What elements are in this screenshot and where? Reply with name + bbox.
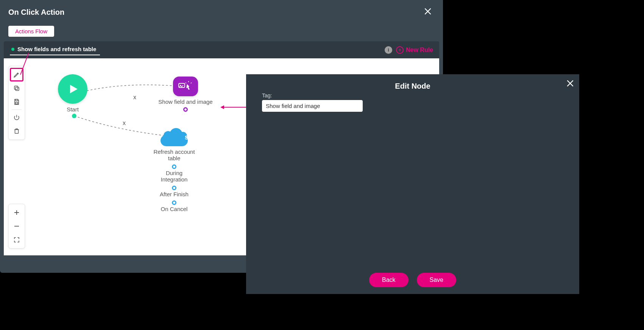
tag-input[interactable] <box>262 100 363 112</box>
back-button[interactable]: Back <box>369 273 409 287</box>
show-field-node-label: Show field and image <box>153 99 218 105</box>
svg-rect-3 <box>16 102 18 104</box>
salesforce-node-label: Refresh account table <box>150 149 199 161</box>
chain-label: During Integration <box>150 170 199 183</box>
tag-label: Tag: <box>262 92 363 99</box>
fit-screen-button[interactable] <box>10 233 23 247</box>
new-rule-button[interactable]: + New Rule <box>396 46 433 54</box>
on-click-titlebar: On Click Action <box>0 0 443 23</box>
svg-rect-1 <box>14 86 18 89</box>
rule-bar: Show fields and refresh table i + New Ru… <box>4 41 439 58</box>
plus-circle-icon: + <box>396 46 404 54</box>
edit-node-title: Edit Node <box>246 74 579 94</box>
delete-tool-button[interactable] <box>10 124 23 138</box>
tag-form-group: Tag: <box>262 92 363 112</box>
edge-delete-icon[interactable]: x <box>133 94 136 101</box>
close-icon[interactable] <box>421 5 435 19</box>
actions-flow-button[interactable]: Actions Flow <box>8 26 54 37</box>
save-tool-button[interactable] <box>10 95 23 109</box>
power-tool-button[interactable] <box>10 111 23 124</box>
node-output-ring-icon[interactable] <box>172 164 176 169</box>
start-connector-dot-icon <box>72 114 76 118</box>
zoom-in-button[interactable] <box>10 206 23 219</box>
edit-tool-button[interactable] <box>10 68 23 81</box>
info-icon[interactable]: i <box>385 46 392 54</box>
start-node-label: Start <box>58 106 87 113</box>
svg-rect-2 <box>16 99 18 101</box>
node-output-ring-icon[interactable] <box>172 200 176 205</box>
show-field-node[interactable]: Show field and image <box>153 77 218 112</box>
rule-tab[interactable]: Show fields and refresh table <box>10 44 100 55</box>
edge-delete-icon[interactable]: x <box>123 120 126 127</box>
svg-rect-4 <box>15 130 19 133</box>
save-button[interactable]: Save <box>417 273 456 287</box>
canvas-toolbar <box>8 66 25 140</box>
on-click-title: On Click Action <box>8 8 64 17</box>
node-output-ring-icon[interactable] <box>172 186 176 190</box>
salesforce-node[interactable]: sf Refresh account table During Integrat… <box>150 129 199 212</box>
close-icon[interactable] <box>566 78 574 90</box>
copy-tool-button[interactable] <box>10 81 23 95</box>
zoom-out-button[interactable] <box>10 219 23 233</box>
start-node[interactable]: Start <box>58 74 87 113</box>
chain-label: On Cancel <box>150 206 199 212</box>
play-icon <box>58 74 87 104</box>
node-output-ring-icon[interactable] <box>183 107 188 112</box>
cloud-glyph: sf <box>174 133 201 141</box>
zoom-toolbar <box>8 204 25 249</box>
chain-label: After Finish <box>150 191 199 197</box>
cloud-icon: sf <box>161 129 188 146</box>
new-rule-label: New Rule <box>406 47 433 53</box>
status-dot-icon <box>11 48 14 51</box>
svg-rect-0 <box>16 87 19 91</box>
edit-node-panel: Edit Node Tag: Back Save <box>246 74 579 294</box>
rule-tab-label: Show fields and refresh table <box>17 46 96 52</box>
interaction-icon <box>173 77 198 96</box>
